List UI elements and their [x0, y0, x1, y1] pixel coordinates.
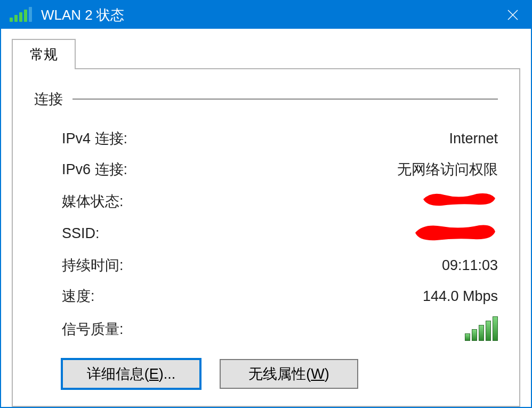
label-duration: 持续时间: [62, 256, 124, 275]
window-title: WLAN 2 状态 [41, 6, 499, 25]
label-ssid: SSID: [62, 225, 100, 242]
label-ipv4: IPv4 连接: [62, 129, 127, 148]
details-button-suffix: )... [159, 366, 176, 382]
details-button-prefix: 详细信息( [87, 366, 149, 382]
details-button[interactable]: 详细信息(E)... [62, 359, 200, 389]
label-signal-quality: 信号质量: [62, 320, 124, 339]
button-row: 详细信息(E)... 无线属性(W) [34, 359, 498, 389]
section-title-connection: 连接 [34, 89, 63, 109]
value-ipv6: 无网络访问权限 [397, 160, 498, 179]
row-duration: 持续时间: 09:11:03 [34, 256, 498, 275]
row-speed: 速度: 144.0 Mbps [34, 287, 498, 306]
wireless-properties-button[interactable]: 无线属性(W) [220, 359, 358, 389]
row-media-state: 媒体状态: [34, 191, 498, 211]
label-ipv6: IPv6 连接: [62, 160, 127, 179]
row-signal-quality: 信号质量: [34, 317, 498, 341]
label-speed: 速度: [62, 287, 95, 306]
titlebar: WLAN 2 状态 [1, 1, 531, 29]
tab-general[interactable]: 常规 [12, 39, 76, 69]
signal-bars-icon [463, 317, 498, 341]
wireless-button-key: W [311, 366, 324, 382]
label-media-state: 媒体状态: [62, 192, 124, 211]
value-speed: 144.0 Mbps [423, 288, 498, 305]
wireless-button-prefix: 无线属性( [248, 366, 311, 382]
close-button[interactable] [499, 1, 527, 29]
value-duration: 09:11:03 [442, 257, 498, 274]
tab-panel-general: 连接 IPv4 连接: Internet IPv6 连接: 无网络访问权限 媒体… [12, 69, 520, 407]
wlan-status-dialog: WLAN 2 状态 常规 连接 IPv4 连接: Internet IPv6 连… [0, 0, 532, 408]
tab-strip: 常规 [12, 39, 520, 69]
wireless-button-suffix: ) [325, 366, 329, 382]
row-ipv6: IPv6 连接: 无网络访问权限 [34, 160, 498, 179]
wifi-signal-icon [10, 8, 34, 22]
client-area: 常规 连接 IPv4 连接: Internet IPv6 连接: 无网络访问权限… [1, 29, 531, 407]
value-signal-quality [463, 317, 498, 341]
details-button-key: E [149, 366, 159, 382]
value-ssid-redacted [418, 223, 498, 244]
section-header-connection: 连接 [34, 89, 498, 109]
row-ssid: SSID: [34, 223, 498, 244]
value-media-state-redacted [418, 191, 498, 211]
value-ipv4: Internet [449, 130, 498, 147]
row-ipv4: IPv4 连接: Internet [34, 129, 498, 148]
